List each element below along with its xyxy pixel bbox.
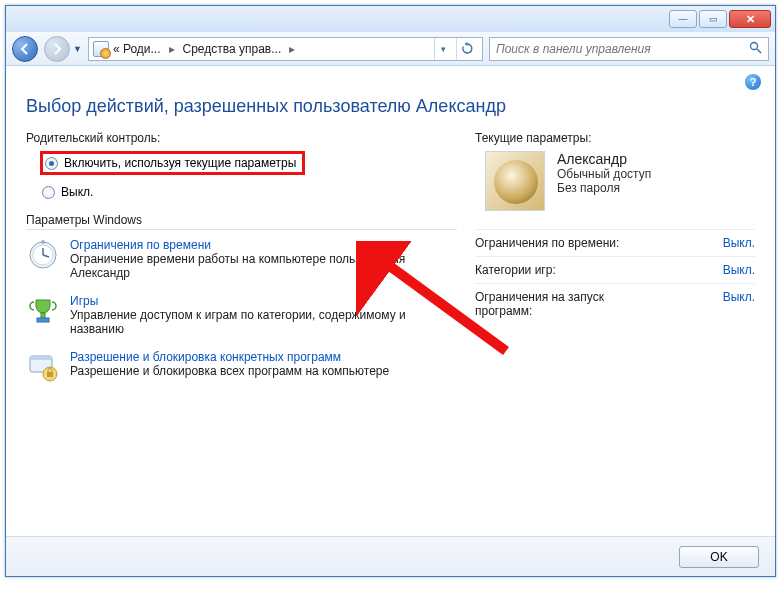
status-games-label: Категории игр: (475, 263, 556, 277)
toolbar: ▼ « Роди... ▸ Средства управ... ▸ ▾ (6, 32, 775, 66)
status-programs-label: Ограничения на запуск программ: (475, 290, 655, 318)
link-programs[interactable]: Разрешение и блокировка конкретных прогр… (70, 350, 389, 364)
chevron-right-icon: ▸ (285, 42, 299, 56)
recent-dropdown-icon[interactable]: ▼ (73, 44, 82, 54)
status-programs-link[interactable]: Выкл. (723, 290, 755, 318)
ok-button[interactable]: OK (679, 546, 759, 568)
status-programs: Ограничения на запуск программ: Выкл. (475, 283, 755, 324)
search-input[interactable] (496, 42, 749, 56)
link-games[interactable]: Игры (70, 294, 457, 308)
svg-rect-7 (41, 313, 45, 318)
address-bar[interactable]: « Роди... ▸ Средства управ... ▸ ▾ (88, 37, 483, 61)
current-settings-label: Текущие параметры: (475, 131, 755, 145)
status-time-link[interactable]: Выкл. (723, 236, 755, 250)
windows-params-header: Параметры Windows (26, 213, 457, 230)
user-type: Обычный доступ (557, 167, 651, 181)
user-box: Александр Обычный доступ Без пароля (485, 151, 755, 211)
refresh-button[interactable] (456, 38, 478, 60)
radio-off-indicator (42, 186, 55, 199)
arrow-right-icon (51, 43, 63, 55)
breadcrumb-current[interactable]: Средства управ... (183, 42, 282, 56)
status-time-label: Ограничения по времени: (475, 236, 619, 250)
search-box[interactable] (489, 37, 769, 61)
minimize-button[interactable]: — (669, 10, 697, 28)
forward-button[interactable] (44, 36, 70, 62)
svg-rect-10 (30, 356, 52, 360)
link-time-limits[interactable]: Ограничения по времени (70, 238, 457, 252)
search-icon (749, 41, 762, 57)
user-password: Без пароля (557, 181, 651, 195)
page-title: Выбор действий, разрешенных пользователю… (26, 96, 755, 117)
svg-line-1 (757, 49, 761, 53)
back-button[interactable] (12, 36, 38, 62)
parental-control-label: Родительский контроль: (26, 131, 457, 145)
desc-games: Управление доступом к играм по категории… (70, 308, 457, 336)
svg-point-6 (41, 240, 45, 244)
user-name: Александр (557, 151, 651, 167)
radio-on[interactable]: Включить, используя текущие параметры (40, 151, 305, 175)
status-games-link[interactable]: Выкл. (723, 263, 755, 277)
title-bar: — ▭ ✕ (6, 6, 775, 32)
item-games: Игры Управление доступом к играм по кате… (26, 294, 457, 336)
svg-point-0 (751, 42, 758, 49)
help-icon[interactable]: ? (745, 74, 761, 90)
close-button[interactable]: ✕ (729, 10, 771, 28)
item-time-limits: Ограничения по времени Ограничение време… (26, 238, 457, 280)
status-time: Ограничения по времени: Выкл. (475, 229, 755, 256)
maximize-button[interactable]: ▭ (699, 10, 727, 28)
radio-off-label: Выкл. (61, 185, 93, 199)
breadcrumb-parent[interactable]: « Роди... (113, 42, 161, 56)
arrow-left-icon (19, 43, 31, 55)
control-panel-icon (93, 41, 109, 57)
status-games: Категории игр: Выкл. (475, 256, 755, 283)
svg-rect-8 (37, 318, 49, 322)
window-lock-icon (26, 350, 60, 384)
radio-on-indicator (45, 157, 58, 170)
footer: OK (6, 536, 775, 576)
desc-programs: Разрешение и блокировка всех программ на… (70, 364, 389, 378)
radio-on-label: Включить, используя текущие параметры (64, 156, 296, 170)
radio-off[interactable]: Выкл. (40, 183, 457, 201)
trophy-icon (26, 294, 60, 328)
refresh-icon (461, 42, 474, 55)
clock-icon (26, 238, 60, 272)
desc-time-limits: Ограничение времени работы на компьютере… (70, 252, 457, 280)
address-dropdown-icon[interactable]: ▾ (434, 38, 452, 60)
chevron-right-icon: ▸ (165, 42, 179, 56)
item-programs: Разрешение и блокировка конкретных прогр… (26, 350, 457, 384)
avatar (485, 151, 545, 211)
svg-rect-12 (47, 372, 53, 377)
content-area: ? Выбор действий, разрешенных пользовате… (6, 66, 775, 536)
